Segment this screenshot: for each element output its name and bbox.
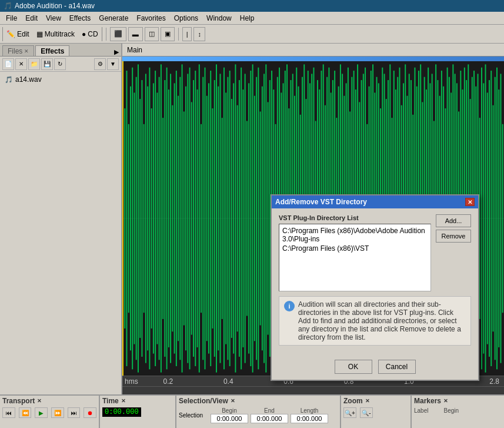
menu-favorites[interactable]: Favorites (133, 13, 169, 24)
svg-rect-200 (498, 89, 499, 218)
vst-dialog: Add/Remove VST Directory ✕ VST Plug-In D… (271, 194, 479, 381)
panel-settings-btn[interactable]: ⚙ (94, 58, 106, 70)
menu-file[interactable]: File (2, 13, 21, 24)
directory-list[interactable]: C:\Program Files (x86)\Adobe\Adobe Audit… (279, 224, 431, 291)
menu-effects[interactable]: Effects (66, 13, 94, 24)
svg-rect-277 (263, 218, 265, 363)
end-input[interactable] (251, 414, 288, 423)
zoom-in-btn[interactable]: 🔍+ (343, 407, 356, 418)
svg-rect-23 (161, 64, 162, 218)
menu-view[interactable]: View (42, 13, 65, 24)
tab-files[interactable]: Files ✕ (2, 45, 34, 56)
panel-folder-btn[interactable]: 📁 (28, 58, 40, 70)
transport-play[interactable]: ▶ (35, 407, 48, 418)
markers-panel-close[interactable]: ✕ (443, 398, 448, 404)
svg-rect-202 (502, 124, 503, 218)
svg-rect-390 (479, 218, 480, 319)
svg-rect-63 (237, 105, 238, 218)
svg-rect-216 (147, 218, 148, 350)
tab-effects[interactable]: Effects (35, 45, 69, 56)
length-input[interactable] (291, 414, 328, 423)
main-toolbar: ✏️ Edit ▦ Multitrack ● CD ⬛ ▬ ◫ ▣ | ↕ (0, 25, 504, 44)
toolbar-btn-3[interactable]: ◫ (145, 27, 159, 41)
svg-rect-59 (229, 71, 231, 218)
svg-rect-30 (174, 83, 175, 218)
svg-rect-230 (174, 218, 175, 354)
multitrack-mode-button[interactable]: ▦ Multitrack (33, 27, 78, 41)
dialog-body: VST Plug-In Directory List C:\Program Fi… (272, 208, 478, 357)
transport-skip-start[interactable]: ⏮ (2, 407, 15, 418)
selection-fields: Selection Begin End Length (179, 407, 338, 423)
zoom-panel-close[interactable]: ✕ (365, 398, 370, 404)
dialog-cancel-button[interactable]: Cancel (378, 360, 416, 374)
svg-rect-258 (227, 218, 228, 360)
add-directory-button[interactable]: Add... (436, 214, 471, 227)
svg-rect-269 (248, 218, 249, 354)
menu-help[interactable]: Help (236, 13, 258, 24)
menu-edit[interactable]: Edit (22, 13, 41, 24)
selection-panel-close[interactable]: ✕ (231, 398, 235, 404)
time-panel: Time ✕ 0:00.000 (100, 396, 176, 428)
panel-new-btn[interactable]: 📄 (2, 58, 14, 70)
edit-mode-button[interactable]: ✏️ Edit (3, 27, 33, 41)
svg-rect-273 (256, 218, 257, 360)
svg-rect-45 (202, 77, 203, 218)
tab-files-close[interactable]: ✕ (24, 48, 29, 54)
transport-skip-end[interactable]: ⏭ (68, 407, 81, 418)
panel-expand-btn[interactable]: ▶ (114, 48, 119, 56)
menu-bar: File Edit View Effects Generate Favorite… (0, 12, 504, 25)
dir-list-item-0[interactable]: C:\Program Files (x86)\Adobe\Adobe Audit… (281, 226, 429, 244)
cd-mode-button[interactable]: ● CD (78, 27, 102, 41)
panel-close-btn[interactable]: ✕ (15, 58, 27, 70)
svg-rect-262 (235, 218, 236, 373)
panel-save-btn[interactable]: 💾 (41, 58, 53, 70)
waveform-tab[interactable]: Main (127, 46, 142, 54)
panel-more-btn[interactable]: ▼ (107, 58, 119, 70)
svg-rect-270 (250, 218, 251, 366)
svg-rect-278 (265, 218, 266, 373)
dialog-ok-button[interactable]: OK (335, 360, 372, 374)
svg-rect-76 (262, 87, 263, 218)
remove-directory-button[interactable]: Remove (436, 230, 471, 243)
zoom-out-btn[interactable]: 🔍- (360, 407, 373, 418)
svg-rect-224 (162, 218, 163, 319)
svg-rect-191 (481, 68, 482, 218)
menu-generate[interactable]: Generate (95, 13, 132, 24)
svg-rect-75 (260, 111, 261, 218)
svg-rect-198 (495, 77, 496, 218)
selection-panel: Selection/View ✕ Selection Begin End Len… (176, 396, 341, 428)
dir-list-item-1[interactable]: C:\Program Files (x86)\VST (281, 244, 429, 253)
transport-fast-forward[interactable]: ⏩ (51, 407, 64, 418)
transport-panel-close[interactable]: ✕ (37, 398, 42, 404)
svg-rect-49 (210, 71, 211, 218)
menu-options[interactable]: Options (171, 13, 202, 24)
svg-rect-28 (170, 74, 171, 218)
select-tool-button[interactable]: ↕ (193, 27, 205, 41)
svg-rect-40 (193, 80, 194, 218)
cursor-tool-button[interactable]: | (182, 27, 192, 41)
dialog-close-button[interactable]: ✕ (465, 198, 475, 206)
toolbar-btn-1[interactable]: ⬛ (110, 27, 126, 41)
toolbar-separator-1 (106, 28, 106, 41)
transport-rewind[interactable]: ⏪ (19, 407, 32, 418)
svg-rect-401 (500, 218, 502, 363)
svg-rect-25 (164, 80, 165, 218)
panel-refresh-btn[interactable]: ↻ (54, 58, 66, 70)
svg-rect-48 (208, 83, 209, 218)
time-panel-close[interactable]: ✕ (121, 398, 126, 404)
svg-rect-214 (143, 218, 145, 313)
svg-rect-235 (183, 218, 185, 326)
horizontal-scrollbar[interactable] (122, 386, 504, 394)
begin-input[interactable] (211, 414, 248, 423)
svg-rect-37 (187, 74, 188, 218)
file-item[interactable]: 🎵 a14.wav (2, 74, 119, 85)
svg-rect-51 (214, 80, 215, 218)
svg-rect-6 (128, 124, 129, 218)
left-panel: Files ✕ Effects ▶ 📄 ✕ 📁 💾 ↻ ⚙ ▼ 🎵 a14.wa… (0, 44, 122, 394)
toolbar-btn-2[interactable]: ▬ (128, 27, 143, 41)
svg-rect-20 (155, 71, 156, 218)
transport-record[interactable]: ⏺ (84, 407, 96, 418)
menu-window[interactable]: Window (203, 13, 235, 24)
toolbar-btn-4[interactable]: ▣ (161, 27, 175, 41)
svg-rect-46 (205, 68, 206, 218)
